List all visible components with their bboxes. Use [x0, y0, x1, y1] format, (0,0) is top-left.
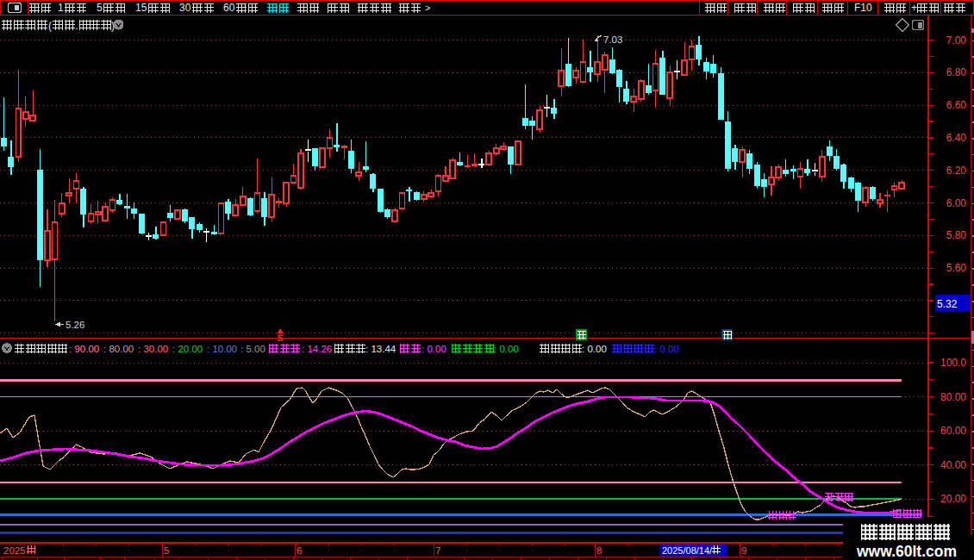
svg-text:5.60: 5.60 — [946, 262, 967, 274]
svg-text:5: 5 — [97, 2, 103, 14]
svg-text:5.80: 5.80 — [946, 229, 967, 241]
svg-text:www.60lt.com: www.60lt.com — [856, 543, 957, 560]
svg-text:2025/08/14/: 2025/08/14/ — [662, 545, 713, 556]
svg-text:15: 15 — [135, 2, 147, 14]
svg-text:S: S — [278, 333, 284, 343]
svg-text:1: 1 — [58, 2, 64, 14]
svg-text:80.00: 80.00 — [940, 391, 966, 403]
svg-text:7.00: 7.00 — [946, 34, 967, 47]
svg-text:(: ( — [48, 20, 52, 32]
svg-text:>: > — [425, 3, 430, 13]
svg-text:7.03: 7.03 — [603, 34, 622, 45]
svg-text:: 20.00: : 20.00 — [172, 344, 203, 354]
svg-text:: 90.00: : 90.00 — [69, 344, 99, 354]
svg-text:6.20: 6.20 — [946, 165, 967, 177]
svg-text:: 0.00: : 0.00 — [494, 344, 519, 354]
svg-text:: 14.26: : 14.26 — [302, 344, 332, 354]
svg-text:60: 60 — [223, 2, 235, 14]
svg-text:5.32: 5.32 — [937, 298, 958, 310]
svg-text:+: + — [911, 2, 917, 14]
svg-text:7: 7 — [435, 545, 440, 556]
svg-text:: 10.00: : 10.00 — [207, 344, 237, 354]
svg-text:100.0: 100.0 — [940, 357, 966, 369]
svg-text:: 0.00: : 0.00 — [654, 344, 679, 354]
svg-text:5.26: 5.26 — [66, 320, 84, 330]
svg-text:: 0.00: : 0.00 — [421, 344, 446, 354]
svg-text:5: 5 — [164, 545, 169, 556]
svg-text:40.00: 40.00 — [940, 459, 966, 471]
svg-text:F10: F10 — [854, 2, 872, 14]
svg-text:: 80.00: : 80.00 — [103, 344, 134, 354]
svg-text:: 0.00: : 0.00 — [582, 344, 607, 354]
svg-text:6.60: 6.60 — [946, 99, 967, 111]
svg-text:9: 9 — [741, 545, 746, 556]
svg-text:2025: 2025 — [3, 545, 26, 556]
svg-text:: 13.44: : 13.44 — [365, 344, 396, 354]
svg-text:6.80: 6.80 — [946, 66, 967, 78]
svg-text:30: 30 — [179, 2, 191, 14]
svg-text:20.00: 20.00 — [940, 493, 966, 505]
svg-text:8: 8 — [596, 545, 602, 556]
svg-text:6.00: 6.00 — [946, 197, 967, 209]
svg-text:6: 6 — [297, 545, 302, 556]
svg-text:6.40: 6.40 — [946, 132, 967, 144]
svg-text:: 5.00: : 5.00 — [240, 344, 265, 354]
svg-text:: 30.00: : 30.00 — [138, 344, 168, 354]
svg-text:60.00: 60.00 — [940, 425, 966, 437]
svg-text:.: . — [76, 20, 78, 32]
